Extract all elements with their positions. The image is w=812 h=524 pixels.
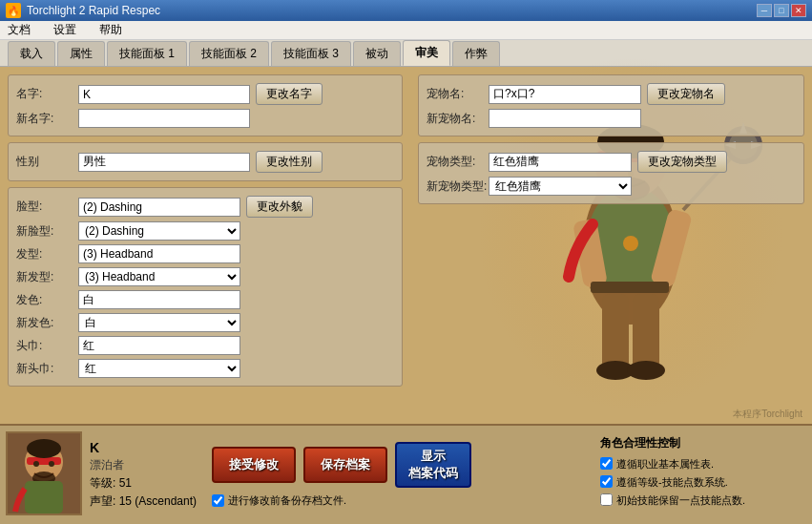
ctrl-check-row-2: 遵循等级-技能点数系统. [600,475,802,490]
ctrl-label-1: 遵循职业基本属性表. [616,457,714,472]
new-headband-row: 新头巾: 红 [16,359,394,378]
pet-type-row: 宠物类型: 更改宠物类型 [427,151,796,173]
tab-skills2[interactable]: 技能面板 2 [189,41,269,66]
svg-point-29 [49,461,54,467]
new-name-label: 新名字: [16,111,78,127]
pet-name-input[interactable] [489,85,641,104]
close-button[interactable]: ✕ [791,4,806,17]
svg-rect-26 [27,457,61,465]
face-label: 脸型: [16,199,78,215]
new-hair-color-label: 新发色: [16,315,78,331]
save-profile-button[interactable]: 保存档案 [303,447,387,483]
svg-point-28 [33,461,39,467]
pet-name-row: 宠物名: 更改宠物名 [427,83,796,105]
pet-name-label: 宠物名: [427,86,489,102]
name-input[interactable] [78,85,250,104]
char-rep: 声望: 15 (Ascendant) [90,493,204,510]
char-info: K 漂泊者 等级: 51 声望: 15 (Ascendant) [90,431,204,518]
face-row: 脸型: 更改外貌 [16,196,394,218]
tab-skills3[interactable]: 技能面板 3 [271,41,351,66]
new-face-row: 新脸型: (2) Dashing [16,221,394,241]
tab-passive[interactable]: 被动 [353,41,401,66]
headband-input[interactable] [78,336,240,355]
change-name-button[interactable]: 更改名字 [256,83,323,105]
gender-row: 性别 更改性别 [16,151,394,173]
change-gender-button[interactable]: 更改性别 [256,151,323,173]
main-buttons-row: 接受修改 保存档案 显示 档案代码 [212,442,589,488]
new-hair-label: 新发型: [16,269,78,285]
new-headband-label: 新头巾: [16,361,78,377]
new-pet-name-input[interactable] [489,109,641,128]
ctrl-label-3: 初始技能保留一点技能点数. [616,493,745,508]
main-content: 名字: 更改名字 新名字: 性别 更改性别 脸型: 更改外貌 [0,67,812,424]
backup-checkbox[interactable] [212,494,224,507]
pet-type-label: 宠物类型: [427,154,489,170]
ctrl-checkbox-2[interactable] [600,475,613,488]
appearance-group: 脸型: 更改外貌 新脸型: (2) Dashing 发型: 新发型: (3) H… [8,187,403,387]
new-headband-select[interactable]: 红 [78,359,240,378]
bottom-bar: K 漂泊者 等级: 51 声望: 15 (Ascendant) 接受修改 保存档… [0,424,812,524]
tab-appearance[interactable]: 审美 [403,40,450,66]
right-controls: 角色合理性控制 遵循职业基本属性表. 遵循等级-技能点数系统. 初始技能保留一点… [596,431,806,518]
window-title: Torchlight 2 Rapid Respec [27,4,160,17]
pet-name-group: 宠物名: 更改宠物名 新宠物名: [418,74,804,136]
svg-rect-31 [25,481,63,514]
tab-skills1[interactable]: 技能面板 1 [107,41,187,66]
gender-input[interactable] [78,153,250,172]
left-panel: 名字: 更改名字 新名字: 性别 更改性别 脸型: 更改外貌 [0,67,410,424]
maximize-button[interactable]: □ [774,4,789,17]
backup-label: 进行修改前备份存档文件. [228,493,346,508]
menu-settings[interactable]: 设置 [50,22,80,38]
minimize-button[interactable]: ─ [757,4,772,17]
face-input[interactable] [78,198,240,217]
pet-type-group: 宠物类型: 更改宠物类型 新宠物类型: 红色猎鹰 [418,142,804,204]
accept-changes-button[interactable]: 接受修改 [212,447,296,483]
menu-help[interactable]: 帮助 [95,22,126,38]
new-name-row: 新名字: [16,109,394,128]
new-face-label: 新脸型: [16,223,78,240]
ctrl-checkbox-3[interactable] [600,493,613,506]
tab-load[interactable]: 载入 [8,41,55,66]
titlebar: 🔥 Torchlight 2 Rapid Respec ─ □ ✕ [0,0,812,21]
hair-input[interactable] [78,244,240,263]
change-pet-type-button[interactable]: 更改宠物类型 [637,151,727,173]
right-panel: 宠物名: 更改宠物名 新宠物名: 宠物类型: 更改宠物类型 新宠物类型: 红色猎… [410,67,812,424]
hair-row: 发型: [16,244,394,263]
svg-point-27 [27,439,61,458]
change-appearance-button[interactable]: 更改外貌 [246,196,313,218]
display-btn-line1: 显示 [421,448,446,465]
menubar: 文档 设置 帮助 [0,21,812,40]
hair-color-input[interactable] [78,290,240,309]
tab-attributes[interactable]: 属性 [57,41,105,66]
new-hair-color-select[interactable]: 白 [78,313,240,332]
new-pet-type-row: 新宠物类型: 红色猎鹰 [427,177,796,196]
new-pet-type-label: 新宠物类型: [427,178,489,195]
headband-row: 头巾: [16,336,394,355]
display-code-button[interactable]: 显示 档案代码 [395,442,471,488]
menu-file[interactable]: 文档 [4,22,34,38]
new-hair-select[interactable]: (3) Headband [78,267,240,286]
new-pet-name-label: 新宠物名: [427,111,489,127]
name-label: 名字: [16,86,78,102]
hair-label: 发型: [16,246,78,262]
new-name-input[interactable] [78,109,250,128]
action-buttons: 接受修改 保存档案 显示 档案代码 进行修改前备份存档文件. [212,431,589,518]
new-pet-name-row: 新宠物名: [427,109,796,128]
new-pet-type-select[interactable]: 红色猎鹰 [489,177,632,196]
ctrl-check-row-3: 初始技能保留一点技能点数. [600,493,802,508]
titlebar-controls: ─ □ ✕ [757,4,806,17]
hair-color-row: 发色: [16,290,394,309]
char-level: 等级: 51 [90,475,204,492]
gender-group: 性别 更改性别 [8,142,403,181]
ctrl-check-row-1: 遵循职业基本属性表. [600,457,802,472]
ctrl-label-2: 遵循等级-技能点数系统. [616,475,728,490]
change-pet-name-button[interactable]: 更改宠物名 [647,83,725,105]
backup-row: 进行修改前备份存档文件. [212,493,589,508]
name-row: 名字: 更改名字 [16,83,394,105]
display-btn-line2: 档案代码 [408,465,458,482]
titlebar-left: 🔥 Torchlight 2 Rapid Respec [6,3,160,18]
pet-type-input[interactable] [489,153,632,172]
ctrl-checkbox-1[interactable] [600,457,613,470]
hair-color-label: 发色: [16,292,78,308]
new-face-select[interactable]: (2) Dashing [78,221,240,241]
